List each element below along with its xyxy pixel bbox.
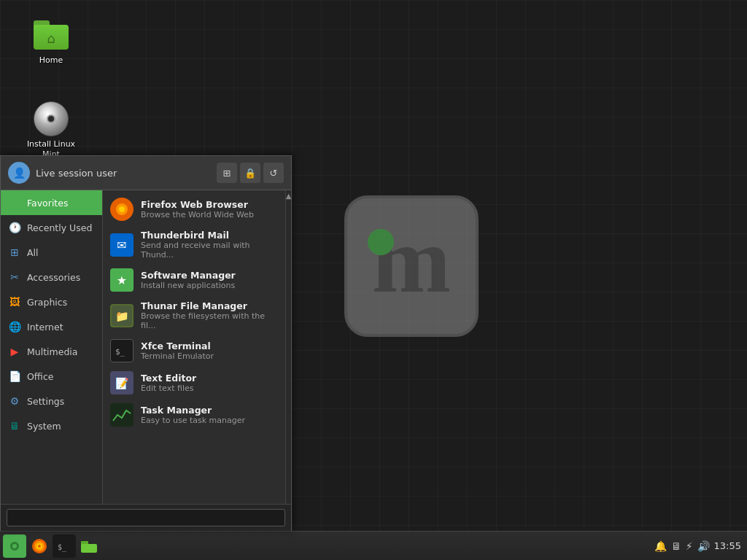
multimedia-icon: ▶ (8, 345, 21, 358)
cd-icon (34, 101, 69, 136)
text-editor-name: Text Editor (141, 373, 196, 384)
graphics-label: Graphics (27, 297, 67, 308)
mint-menu-button[interactable] (3, 534, 26, 558)
svg-point-20 (12, 544, 17, 548)
firefox-icon (110, 198, 133, 221)
software-manager-icon: ★ (110, 268, 133, 292)
search-input[interactable] (7, 509, 285, 526)
svg-text:$_: $_ (58, 543, 67, 552)
username-label: Live session user (36, 168, 211, 179)
header-buttons: ⊞ 🔒 ↺ (217, 163, 284, 183)
scroll-up-arrow[interactable]: ▲ (286, 192, 292, 200)
app-item-software-manager[interactable]: ★ Software Manager Install new applicati… (103, 264, 285, 296)
app-item-text-editor[interactable]: 📝 Text Editor Edit text files (103, 367, 285, 399)
app-item-firefox[interactable]: Firefox Web Browser Browse the World Wid… (103, 193, 285, 225)
svg-text:📝: 📝 (115, 377, 129, 390)
desktop: ⌂ Home Install Linux Mint m (0, 0, 747, 560)
svg-point-3 (368, 229, 394, 255)
menu-body: ★ Favorites 🕐 Recently Used ⊞ All ✂ Acce… (1, 190, 291, 504)
svg-text:★: ★ (117, 273, 127, 287)
user-avatar: 👤 (8, 162, 30, 184)
system-icon: 🖥 (8, 419, 21, 432)
svg-rect-17 (112, 405, 132, 425)
volume-icon[interactable]: 🔊 (697, 540, 710, 552)
clock: 13:55 (714, 540, 741, 551)
all-icon: ⊞ (8, 246, 21, 259)
bell-icon[interactable]: 🔔 (654, 540, 667, 552)
taskbar-right: 🔔 🖥 ⚡ 🔊 13:55 (654, 540, 747, 552)
thunar-name: Thunar File Manager (141, 300, 278, 311)
app-item-xfce-terminal[interactable]: $_ Xfce Terminal Terminal Emulator (103, 335, 285, 367)
start-menu: 👤 Live session user ⊞ 🔒 ↺ ★ (0, 155, 292, 531)
thunderbird-icon: ✉ (110, 233, 133, 257)
accessories-icon: ✂ (8, 271, 21, 284)
taskbar-left: $_ (0, 534, 101, 558)
app-item-thunderbird[interactable]: ✉ Thunderbird Mail Send and receive mail… (103, 225, 285, 264)
internet-icon: 🌐 (8, 320, 21, 333)
mint-logo: m (338, 190, 484, 343)
office-icon: 📄 (8, 370, 21, 383)
svg-text:✉: ✉ (117, 238, 126, 252)
all-label: All (27, 247, 39, 258)
thunar-icon: 📁 (110, 304, 133, 327)
files-taskbar-btn[interactable] (77, 534, 101, 558)
firefox-name: Firefox Web Browser (141, 199, 254, 210)
sidebar-item-all[interactable]: ⊞ All (1, 240, 102, 265)
graphics-icon: 🖼 (8, 295, 21, 308)
task-manager-icon (110, 403, 133, 427)
desktop-icon-home[interactable]: ⌂ Home (22, 15, 80, 69)
sidebar-item-system[interactable]: 🖥 System (1, 413, 102, 438)
firefox-taskbar-btn[interactable] (28, 534, 51, 558)
multimedia-label: Multimedia (27, 346, 78, 357)
xfce-terminal-name: Xfce Terminal (141, 341, 214, 351)
sidebar-item-multimedia[interactable]: ▶ Multimedia (1, 339, 102, 364)
thunderbird-name: Thunderbird Mail (141, 230, 278, 241)
text-editor-icon: 📝 (110, 371, 133, 394)
svg-rect-28 (81, 544, 97, 553)
svg-text:$_: $_ (115, 347, 125, 357)
sidebar-item-recently-used[interactable]: 🕐 Recently Used (1, 215, 102, 240)
app-item-task-manager[interactable]: Task Manager Easy to use task manager (103, 399, 285, 431)
sidebar-item-graphics[interactable]: 🖼 Graphics (1, 289, 102, 314)
menu-sidebar: ★ Favorites 🕐 Recently Used ⊞ All ✂ Acce… (1, 190, 103, 504)
software-manager-btn[interactable]: ⊞ (217, 163, 237, 183)
lock-btn[interactable]: 🔒 (240, 163, 260, 183)
desktop-icon-install-linux-mint[interactable]: Install Linux Mint (22, 98, 80, 163)
recently-used-label: Recently Used (27, 222, 92, 233)
thunar-desc: Browse the filesystem with the fil... (141, 311, 278, 330)
xfce-terminal-icon: $_ (110, 339, 133, 362)
network-icon[interactable]: 🖥 (671, 540, 681, 552)
favorites-icon: ★ (8, 196, 21, 209)
svg-point-24 (38, 545, 41, 548)
settings-icon: ⚙ (8, 394, 21, 408)
app-item-thunar[interactable]: 📁 Thunar File Manager Browse the filesys… (103, 296, 285, 335)
home-folder-icon: ⌂ (34, 18, 69, 52)
menu-header: 👤 Live session user ⊞ 🔒 ↺ (1, 156, 291, 190)
sidebar-item-office[interactable]: 📄 Office (1, 364, 102, 389)
restart-btn[interactable]: ↺ (263, 163, 284, 183)
sidebar-item-accessories[interactable]: ✂ Accessories (1, 265, 102, 289)
avatar-icon: 👤 (13, 167, 26, 179)
menu-scrollbar[interactable]: ▲ (285, 190, 291, 504)
xfce-terminal-desc: Terminal Emulator (141, 351, 214, 361)
svg-point-6 (119, 206, 125, 212)
menu-search (1, 504, 291, 531)
task-manager-desc: Easy to use task manager (141, 416, 245, 425)
terminal-taskbar-btn[interactable]: $_ (53, 534, 76, 558)
accessories-label: Accessories (27, 272, 80, 283)
office-label: Office (27, 371, 54, 382)
firefox-desc: Browse the World Wide Web (141, 210, 254, 219)
system-label: System (27, 421, 61, 432)
sidebar-item-internet[interactable]: 🌐 Internet (1, 314, 102, 339)
software-manager-desc: Install new applications (141, 281, 236, 290)
sidebar-item-settings[interactable]: ⚙ Settings (1, 389, 102, 413)
recently-used-icon: 🕐 (8, 221, 21, 234)
power-icon[interactable]: ⚡ (686, 540, 693, 552)
sidebar-item-favorites[interactable]: ★ Favorites (1, 190, 102, 215)
thunderbird-desc: Send and receive mail with Thund... (141, 241, 278, 260)
home-icon-label: Home (39, 55, 63, 66)
menu-apps[interactable]: Firefox Web Browser Browse the World Wid… (103, 190, 285, 504)
software-manager-name: Software Manager (141, 270, 236, 281)
settings-label: Settings (27, 396, 64, 407)
task-manager-name: Task Manager (141, 405, 245, 416)
